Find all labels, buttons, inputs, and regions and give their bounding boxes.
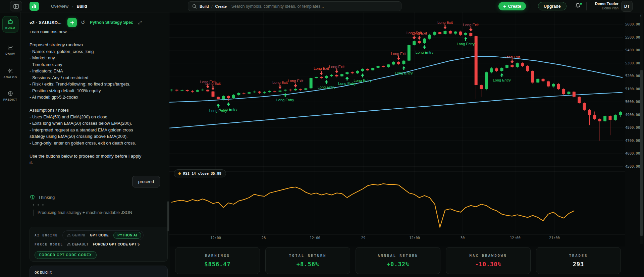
stat-label: TOTAL RETURN [289,254,327,258]
create-button[interactable]: + Create [498,2,526,10]
search-placeholder: Search symbols, community ideas, or temp… [231,4,324,9]
stat-card-max-drawdown: MAX DRAWDOWN -10.30% [446,247,531,274]
search-icon [192,4,197,9]
search-input[interactable]: Build / Create Search symbols, community… [188,1,401,11]
price-axis[interactable]: 5600.005500.005400.005300.005200.005100.… [625,12,640,246]
thinking-detail: Producing final strategy + machine-reada… [33,210,132,216]
force-option-gpt5[interactable]: FORCED GPT CODE GPT 5 [93,242,140,246]
app-logo-icon[interactable] [30,2,39,11]
search-context-build: Build [200,4,209,8]
svg-text:Long Exit: Long Exit [412,31,427,35]
breadcrumb-chevron-icon: › [72,4,73,9]
brain-icon [7,91,13,97]
search-context-create: Create [215,4,227,8]
assistant-message: I can build this now.Proposed strategy r… [30,31,164,172]
svg-text:Long Entry: Long Entry [395,71,413,75]
robot-icon [7,19,13,25]
engine-option-gpt-code[interactable]: GPT CODE [90,233,109,237]
svg-text:Long Entry: Long Entry [220,107,238,111]
upgrade-button[interactable]: Upgrade [538,2,567,10]
thinking-row: Thinking [30,195,55,200]
plus-icon [70,20,74,25]
thinking-dots [33,204,44,206]
ai-engine-card: AI ENGINE GEMINI GPT CODE PYTHON AI FORC… [30,227,168,262]
user-menu[interactable]: Demo Trader Demo Plan [590,1,619,10]
stat-card-total-return: TOTAL RETURN +8.56% [265,247,350,274]
strategy-title: v2 - XAUUSD... [30,20,61,25]
avatar[interactable]: DT [621,1,633,12]
stat-label: EARNINGS [205,254,230,258]
sidebar-item-predict[interactable]: PREDICT [2,88,18,104]
strategy-chat-panel: v2 - XAUUSD... ↺ Python Strategy Spec ⤢ … [21,12,169,277]
stat-label: ANNUAL RETURN [378,254,418,258]
scroll-up-icon[interactable]: ▴ [640,14,641,17]
chat-scrollbar[interactable] [167,201,169,231]
user-plan: Demo Plan [590,6,619,10]
brain-icon [30,195,35,200]
svg-text:Long Exit: Long Exit [463,23,479,27]
svg-text:Long Exit: Long Exit [272,80,288,85]
svg-text:Long Exit: Long Exit [329,65,344,69]
chat-header: v2 - XAUUSD... ↺ Python Strategy Spec ⤢ [21,15,169,30]
rsi-legend-text: RSI 14 close 35.88 [183,171,221,175]
topbar-divider [586,2,587,10]
svg-text:Long Exit: Long Exit [437,20,453,24]
lock-icon [67,234,70,237]
forced-gpt-code-codex-pill[interactable]: FORCED GPT CODE CODEX [35,251,97,259]
lock-icon [67,243,70,246]
rsi-indicator-legend[interactable]: RSI 14 close 35.88 [174,169,226,177]
svg-text:Long Entry: Long Entry [276,98,294,102]
stat-value: 293 [573,261,584,268]
sidebar-item-draw[interactable]: DRAW [2,42,18,58]
notification-dot [580,3,582,5]
svg-text:Long Entry: Long Entry [493,78,511,82]
stat-value: +8.56% [297,261,319,268]
user-name: Demo Trader [590,1,619,6]
svg-text:Long Exit: Long Exit [391,52,407,56]
engine-selector: GEMINI GPT CODE PYTHON AI [62,230,143,240]
chart-scrollbar-track[interactable] [640,13,643,244]
python-strategy-spec-link[interactable]: Python Strategy Spec [90,20,133,25]
expand-icon[interactable]: ⤢ [138,20,142,25]
candlestick-chart-canvas[interactable]: Long ExitLong ExitLong ExitLong ExitLong… [169,12,625,246]
stat-card-annual-return: ANNUAL RETURN +0.32% [356,247,440,274]
svg-text:Long Entry: Long Entry [457,42,475,46]
stat-card-earnings: EARNINGS $856.47 [175,247,260,274]
notification-bell-icon[interactable] [575,3,582,10]
line-chart-icon [7,45,13,51]
svg-text:Long Exit: Long Exit [288,79,303,83]
price-chart[interactable]: Long ExitLong ExitLong ExitLong ExitLong… [169,12,625,246]
rsi-color-dot [178,172,181,175]
engine-option-python-ai[interactable]: PYTHON AI [113,232,141,239]
stat-value: +0.32% [387,261,409,268]
sidebar-toggle-icon[interactable] [10,1,22,11]
stat-value: $856.47 [204,261,231,268]
svg-text:Long Exit: Long Exit [205,81,221,86]
new-chat-button[interactable] [67,18,77,27]
sparkles-icon [7,68,13,74]
ai-engine-label: AI ENGINE [35,233,58,237]
breadcrumb-overview[interactable]: Overview [51,4,68,9]
chat-message-input[interactable]: ok buidl it [30,266,168,277]
svg-text:Long Entry: Long Entry [318,85,336,89]
proceed-button[interactable]: proceed [132,176,160,187]
force-model-label: FORCE MODEL [35,242,63,246]
force-option-default[interactable]: DEFAULT [67,242,89,246]
svg-text:Long Entry: Long Entry [354,78,372,82]
stat-value: -10.30% [475,261,501,268]
stat-card-trades: TRADES 293 [536,247,621,274]
engine-option-gemini[interactable]: GEMINI [67,233,85,237]
plus-icon: + [503,3,506,9]
stat-label: MAX DRAWDOWN [470,254,507,258]
sidebar-item-analog[interactable]: ANALOG [2,65,18,81]
thinking-label: Thinking [38,195,55,200]
svg-text:Long Exit: Long Exit [504,55,520,59]
sidebar-item-build[interactable]: BUILD [2,16,18,33]
history-icon[interactable]: ↺ [81,19,85,25]
search-context-separator: / [212,4,213,8]
breadcrumb-build[interactable]: Build [76,4,87,9]
svg-text:Long Entry: Long Entry [416,50,434,54]
chart-scrollbar-thumb[interactable] [640,70,643,236]
left-nav-rail: BUILD DRAW ANALOG PREDICT [0,12,21,277]
breadcrumb: Overview › Build [51,0,87,12]
